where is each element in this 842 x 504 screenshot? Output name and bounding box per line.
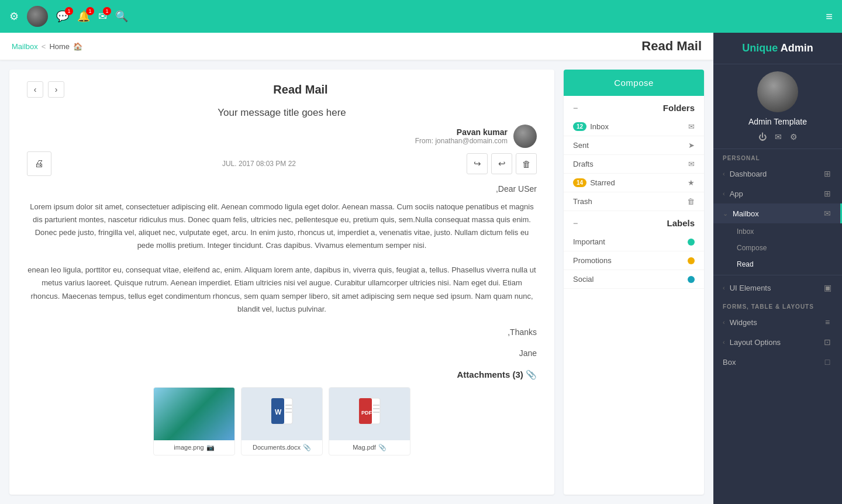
attachment-pdf-name: Mag.pdf 📎 <box>350 440 389 455</box>
labels-toggle[interactable]: − <box>573 219 578 228</box>
app-label: App <box>730 189 743 198</box>
email-sender-info: Pavan kumar From: jonathan@domain.com <box>415 127 508 145</box>
labels-label: Labels <box>667 218 695 228</box>
page-title: Read Mail <box>641 39 702 54</box>
box-item-left: Box <box>723 358 736 367</box>
attachment-pdf-icon: 📎 <box>378 444 387 451</box>
delete-button[interactable]: 🗑 <box>516 153 537 174</box>
sidebar-sub-compose[interactable]: Compose <box>713 240 842 256</box>
email-body-2: enean leo ligula, porttitor eu, consequa… <box>27 264 537 315</box>
email-sign-thanks: ,Thanks <box>27 327 537 337</box>
sidebar-item-widgets[interactable]: ‹ Widgets ≡ <box>713 312 842 332</box>
important-dot <box>688 239 695 246</box>
content-area: ‹ › Read Mail Your message title goes he… <box>0 60 713 504</box>
ui-expand-icon: ‹ <box>723 284 725 291</box>
sidebar-sub-inbox[interactable]: Inbox <box>713 223 842 240</box>
sidebar-item-box[interactable]: Box □ <box>713 352 842 372</box>
dashboard-label: Dashboard <box>730 170 767 178</box>
bell-badge: 1 <box>86 7 94 15</box>
sidebar-settings-icon[interactable]: ⚙ <box>790 132 798 141</box>
sidebar-item-app[interactable]: ‹ App ⊞ <box>713 184 842 203</box>
attachment-icon: 📎 <box>526 370 537 379</box>
sidebar-power-icon[interactable]: ⏻ <box>758 132 767 141</box>
email-sign-name: Jane <box>27 348 537 358</box>
attachment-image-name: image.png 📷 <box>171 440 216 455</box>
attachment-docx-name: Documents.docx 📎 <box>250 440 313 455</box>
brand-name: Unique Admin <box>723 42 833 54</box>
mailbox-icon: ✉ <box>822 209 833 218</box>
mailbox-label: Mailbox <box>733 209 759 218</box>
mailbox-expand-icon: ⌄ <box>723 210 728 218</box>
sent-folder-icon: ➤ <box>688 141 695 150</box>
trash-folder-icon: 🗑 <box>687 197 695 206</box>
email-sender-from: From: jonathan@domain.com <box>415 137 508 145</box>
nav-left: ⚙ 💬 1 🔔 1 ✉ 1 🔍 <box>9 6 826 27</box>
chat-icon[interactable]: 💬 1 <box>56 10 69 23</box>
compose-button[interactable]: Compose <box>564 70 704 96</box>
breadcrumb: Mailbox < Home 🏠 <box>12 42 82 51</box>
sidebar-item-mailbox[interactable]: ⌄ Mailbox ✉ <box>713 203 842 223</box>
settings-icon[interactable]: ⚙ <box>9 10 19 23</box>
sidebar-item-dashboard[interactable]: ‹ Dashboard ⊞ <box>713 164 842 184</box>
search-icon[interactable]: 🔍 <box>115 10 128 23</box>
attachment-item-image[interactable]: image.png 📷 <box>153 387 235 455</box>
sidebar-item-ui-elements[interactable]: ‹ UI Elements ▣ <box>713 278 842 298</box>
inbox-folder-item[interactable]: 12 Inbox ✉ <box>564 118 704 136</box>
sender-avatar <box>513 125 537 148</box>
breadcrumb-home: Home <box>49 42 70 51</box>
mailbox-item-left: ⌄ Mailbox <box>723 209 759 218</box>
promotions-dot <box>688 257 695 264</box>
inbox-folder-icon: ✉ <box>688 122 695 131</box>
word-doc-icon: W <box>270 397 294 430</box>
drafts-folder-label: Drafts <box>573 160 593 168</box>
forms-section-label: FORMS, TABLE & LAYOUTS <box>713 298 842 312</box>
attachment-item-docx[interactable]: W Documents.docx 📎 <box>241 387 323 455</box>
promotions-label-text: Promotions <box>573 256 612 265</box>
email-actions: ↪ ↩ 🗑 <box>467 153 537 174</box>
social-label-item[interactable]: Social <box>564 270 704 289</box>
print-button[interactable]: 🖨 <box>27 151 51 176</box>
chat-badge: 1 <box>65 7 73 15</box>
hamburger-menu[interactable]: ≡ <box>826 10 833 23</box>
pdf-doc-icon: PDF <box>358 397 381 430</box>
email-next-button[interactable]: › <box>48 81 64 98</box>
starred-folder-label: Starred <box>590 178 615 187</box>
widgets-icon: ≡ <box>822 317 833 327</box>
widgets-label: Widgets <box>730 318 757 327</box>
email-sender-name: Pavan kumar <box>415 127 508 137</box>
mail-icon[interactable]: ✉ 1 <box>98 10 107 23</box>
important-label-item[interactable]: Important <box>564 233 704 251</box>
right-sidebar: Unique Admin Admin Template ⏻ ✉ ⚙ PERSON… <box>713 33 842 504</box>
labels-section-header: − Labels <box>564 211 704 233</box>
email-navigation: ‹ › <box>27 81 64 98</box>
sidebar-mail-icon[interactable]: ✉ <box>775 132 782 141</box>
trash-folder-left: Trash <box>573 197 592 206</box>
forward-button[interactable]: ↪ <box>467 153 488 174</box>
sidebar-sub-read[interactable]: Read <box>713 256 842 272</box>
drafts-folder-item[interactable]: Drafts ✉ <box>564 155 704 174</box>
main-layout: Mailbox < Home 🏠 Read Mail ‹ › Read Mail… <box>0 33 842 504</box>
starred-badge: 14 <box>573 178 586 187</box>
email-date: JUL. 2017 08:03 PM 22 <box>222 160 296 168</box>
sidebar-item-layout-options[interactable]: ‹ Layout Options ⊡ <box>713 332 842 352</box>
email-subject: Your message title goes here <box>27 107 537 119</box>
important-label-text: Important <box>573 237 605 246</box>
email-prev-button[interactable]: ‹ <box>27 81 43 98</box>
layout-options-item-left: ‹ Layout Options <box>723 338 781 347</box>
brand-name-unique: Unique <box>742 42 778 54</box>
attachment-item-pdf[interactable]: PDF Mag.pdf 📎 <box>329 387 410 455</box>
reply-button[interactable]: ↩ <box>491 153 512 174</box>
sent-folder-item[interactable]: Sent ➤ <box>564 136 704 155</box>
bell-icon[interactable]: 🔔 1 <box>77 10 90 23</box>
brand-name-admin: Admin <box>778 42 813 54</box>
breadcrumb-mailbox-link[interactable]: Mailbox <box>12 42 38 51</box>
trash-folder-item[interactable]: Trash 🗑 <box>564 192 704 211</box>
layout-options-label: Layout Options <box>730 338 781 347</box>
promotions-label-item[interactable]: Promotions <box>564 251 704 270</box>
folders-toggle[interactable]: − <box>573 103 578 113</box>
user-avatar[interactable] <box>27 6 48 27</box>
starred-folder-item[interactable]: 14 Starred ★ <box>564 174 704 192</box>
sidebar-user-avatar <box>757 71 798 112</box>
top-navigation: ⚙ 💬 1 🔔 1 ✉ 1 🔍 ≡ <box>0 0 842 33</box>
divider-1 <box>713 275 842 275</box>
